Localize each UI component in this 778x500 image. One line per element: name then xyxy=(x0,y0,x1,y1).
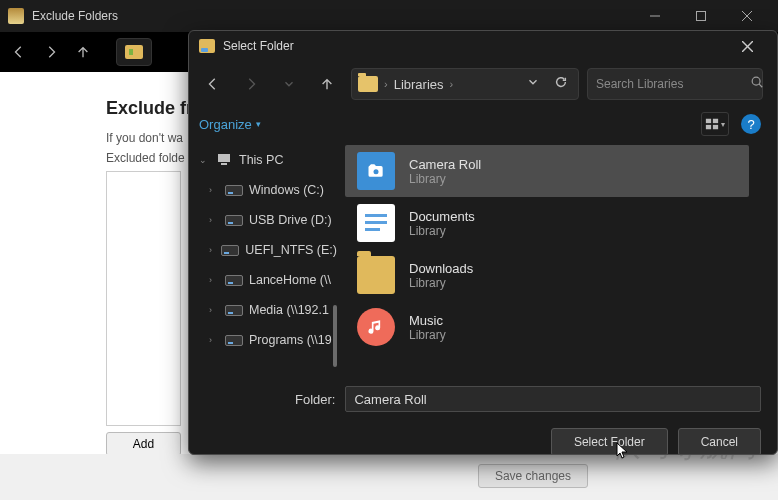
svg-point-6 xyxy=(752,77,760,85)
docs-icon xyxy=(357,204,395,242)
tree-label: Media (\\192.1 xyxy=(249,303,329,317)
library-item[interactable]: Camera RollLibrary xyxy=(345,145,749,197)
organize-label: Organize xyxy=(199,117,252,132)
parent-bottom-bar: Save changes xyxy=(0,454,778,500)
tree-item[interactable]: ›LanceHome (\\ xyxy=(189,265,337,295)
tree-item[interactable]: ›Programs (\\19 xyxy=(189,325,337,355)
svg-rect-8 xyxy=(706,119,711,123)
chevron-down-icon: ▾ xyxy=(256,119,261,129)
dialog-title: Select Folder xyxy=(223,39,727,53)
dialog-search[interactable] xyxy=(587,68,763,100)
tree-label: USB Drive (D:) xyxy=(249,213,332,227)
library-item[interactable]: DownloadsLibrary xyxy=(345,249,749,301)
down-icon xyxy=(357,256,395,294)
library-sub: Library xyxy=(409,172,481,186)
parent-title: Exclude Folders xyxy=(32,9,632,23)
svg-line-7 xyxy=(759,84,762,87)
tree-label: Windows (C:) xyxy=(249,183,324,197)
dialog-icon xyxy=(199,39,215,53)
tree-label: Programs (\\19 xyxy=(249,333,332,347)
tree-item[interactable]: ›USB Drive (D:) xyxy=(189,205,337,235)
tree-label: UEFI_NTFS (E:) xyxy=(245,243,337,257)
folder-icon xyxy=(358,76,378,92)
folder-field[interactable] xyxy=(345,386,761,412)
dialog-footer: Folder: Select Folder Cancel xyxy=(189,376,777,454)
minimize-button[interactable] xyxy=(632,0,678,32)
library-name: Downloads xyxy=(409,261,473,276)
drive-icon xyxy=(225,333,243,347)
expand-icon[interactable]: › xyxy=(209,215,219,225)
dialog-forward-button[interactable] xyxy=(241,74,261,94)
svg-rect-11 xyxy=(713,125,718,129)
music-icon xyxy=(357,308,395,346)
expand-icon[interactable]: › xyxy=(209,185,219,195)
folder-field-label: Folder: xyxy=(295,392,335,407)
tree-label: This PC xyxy=(239,153,283,167)
search-input[interactable] xyxy=(596,77,746,91)
expand-icon[interactable]: › xyxy=(209,245,215,255)
svg-rect-1 xyxy=(697,12,706,21)
drive-icon xyxy=(225,303,243,317)
svg-point-14 xyxy=(374,169,379,174)
refresh-button[interactable] xyxy=(554,75,568,93)
svg-rect-10 xyxy=(706,125,711,129)
cancel-button[interactable]: Cancel xyxy=(678,428,761,455)
parent-titlebar: Exclude Folders xyxy=(0,0,778,32)
tree-label: LanceHome (\\ xyxy=(249,273,331,287)
camera-icon xyxy=(357,152,395,190)
tree-item[interactable]: ›UEFI_NTFS (E:) xyxy=(189,235,337,265)
tree-this-pc[interactable]: ⌄ This PC xyxy=(189,145,337,175)
select-folder-button[interactable]: Select Folder xyxy=(551,428,668,455)
drive-icon xyxy=(221,243,239,257)
view-mode-button[interactable]: ▾ xyxy=(701,112,729,136)
save-changes-button[interactable]: Save changes xyxy=(478,464,588,488)
dialog-back-button[interactable] xyxy=(203,74,223,94)
svg-rect-13 xyxy=(221,163,227,165)
search-icon[interactable] xyxy=(750,75,764,93)
dialog-close-button[interactable] xyxy=(727,31,767,61)
up-button[interactable] xyxy=(74,43,92,61)
library-item[interactable]: MusicLibrary xyxy=(345,301,749,353)
folder-icon xyxy=(125,45,143,59)
dialog-recent-button[interactable] xyxy=(279,74,299,94)
library-sub: Library xyxy=(409,328,446,342)
dialog-address-bar[interactable]: › Libraries › xyxy=(351,68,579,100)
parent-address-bar[interactable] xyxy=(116,38,152,66)
chevron-right-icon: › xyxy=(450,78,454,90)
select-folder-dialog: Select Folder › Libraries › Organi xyxy=(188,30,778,455)
pc-icon xyxy=(215,153,233,167)
forward-button[interactable] xyxy=(42,43,60,61)
library-list: Camera RollLibraryDocumentsLibraryDownlo… xyxy=(337,141,777,376)
app-icon xyxy=(8,8,24,24)
expand-icon[interactable]: › xyxy=(209,335,219,345)
library-name: Documents xyxy=(409,209,475,224)
chevron-right-icon: › xyxy=(384,78,388,90)
dialog-titlebar: Select Folder xyxy=(189,31,777,61)
tree-item[interactable]: ›Media (\\192.1 xyxy=(189,295,337,325)
organize-menu[interactable]: Organize ▾ xyxy=(199,117,261,132)
add-button[interactable]: Add xyxy=(106,432,181,456)
close-button[interactable] xyxy=(724,0,770,32)
drive-icon xyxy=(225,273,243,287)
svg-rect-12 xyxy=(218,154,230,162)
back-button[interactable] xyxy=(10,43,28,61)
drive-icon xyxy=(225,213,243,227)
excluded-list[interactable] xyxy=(106,171,181,426)
dialog-up-button[interactable] xyxy=(317,74,337,94)
chevron-down-icon: ▾ xyxy=(721,120,725,129)
tree-panel: ⌄ This PC ›Windows (C:)›USB Drive (D:)›U… xyxy=(189,141,337,376)
expand-icon[interactable]: › xyxy=(209,305,219,315)
dialog-nav: › Libraries › xyxy=(189,61,777,107)
expand-icon[interactable]: › xyxy=(209,275,219,285)
tree-item[interactable]: ›Windows (C:) xyxy=(189,175,337,205)
help-button[interactable]: ? xyxy=(741,114,761,134)
collapse-icon[interactable]: ⌄ xyxy=(199,155,209,165)
breadcrumb-libraries[interactable]: Libraries xyxy=(394,77,444,92)
library-item[interactable]: DocumentsLibrary xyxy=(345,197,749,249)
address-dropdown-button[interactable] xyxy=(526,75,540,93)
svg-rect-9 xyxy=(713,119,718,123)
library-name: Music xyxy=(409,313,446,328)
library-name: Camera Roll xyxy=(409,157,481,172)
maximize-button[interactable] xyxy=(678,0,724,32)
library-sub: Library xyxy=(409,224,475,238)
